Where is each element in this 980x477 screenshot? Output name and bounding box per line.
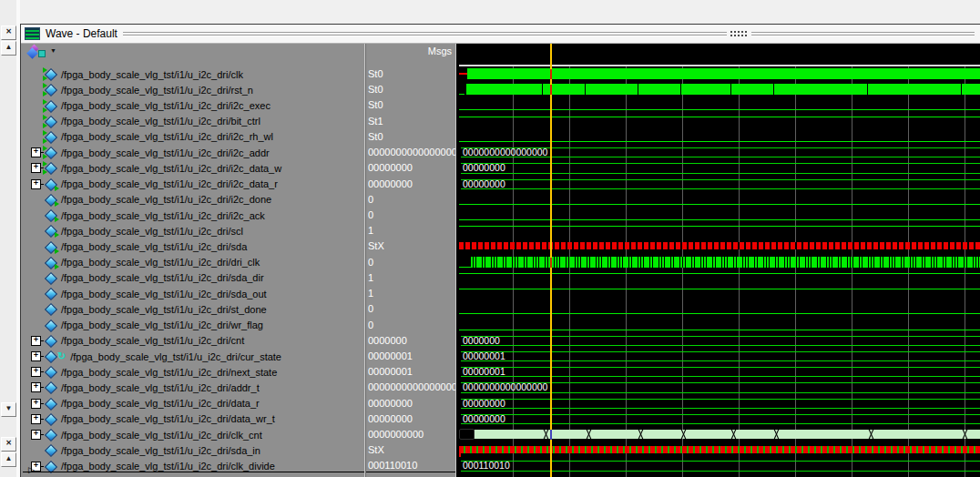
signal-value-sda[interactable]: StX [366,238,455,254]
timeline-ruler[interactable] [459,44,980,65]
signal-row-sda_in[interactable]: /fpga_body_scale_vlg_tst/i1/u_i2c_dri/sd… [23,442,364,458]
signal-value-data_wr_t[interactable]: 00000000 [366,411,455,427]
signal-value-addr_t[interactable]: 0000000000000000 [366,380,455,395]
signal-row-dri_clk[interactable]: /fpga_body_scale_vlg_tst/i1/u_i2c_dri/dr… [23,255,364,270]
signal-row-sda_out[interactable]: /fpga_body_scale_vlg_tst/i1/u_i2c_dri/sd… [23,286,364,301]
signal-row-bit_ctrl[interactable]: /fpga_body_scale_vlg_tst/i1/u_i2c_dri/bi… [23,114,364,129]
signal-row-cur_state[interactable]: +↻/fpga_body_scale_vlg_tst/i1/u_i2c_dri/… [23,349,364,364]
signal-row-wr_flag[interactable]: /fpga_body_scale_vlg_tst/i1/u_i2c_dri/wr… [23,318,364,333]
signal-value-sda_out[interactable]: 1 [366,286,455,301]
expand-button[interactable]: + [31,163,41,173]
signal-row-data_wr_t[interactable]: +/fpga_body_scale_vlg_tst/i1/u_i2c_dri/d… [23,411,364,427]
signal-value-rst_n[interactable]: St0 [366,82,455,97]
signal-value-sda_in[interactable]: StX [366,442,455,458]
waveform-canvas[interactable]: 0000000000000000000000000000000000000000… [459,44,980,477]
close-icon-bottom[interactable]: ✕ [1,437,16,452]
expand-button[interactable]: + [31,382,41,392]
wave-window-icon [25,27,40,40]
signal-value-dri_clk[interactable]: 0 [366,255,455,270]
wave-row-clk_divide[interactable]: 000110010 [459,458,980,473]
wave-row-i2c_data_r[interactable]: 00000000 [459,177,980,192]
wave-row-scl[interactable] [459,223,980,238]
wave-row-sda_dir[interactable] [459,270,980,286]
signal-value-i2c_addr[interactable]: 0000000000000000 [366,145,455,160]
wave-row-sda[interactable] [459,238,980,254]
signal-row-next_state[interactable]: +/fpga_body_scale_vlg_tst/i1/u_i2c_dri/n… [23,364,364,380]
signal-row-i2c_addr[interactable]: +/fpga_body_scale_vlg_tst/i1/u_i2c_dri/i… [23,145,364,160]
wave-row-st_done[interactable] [459,301,980,317]
signal-value-cur_state[interactable]: 00000001 [366,349,455,364]
wave-row-sda_in[interactable] [459,442,980,458]
wave-row-addr_t[interactable]: 0000000000000000 [459,380,980,395]
signal-row-i2c_done[interactable]: /fpga_body_scale_vlg_tst/i1/u_i2c_dri/i2… [23,192,364,208]
resize-handle[interactable]: ▷ [28,465,35,474]
expand-button[interactable]: + [31,336,41,346]
signal-value-bit_ctrl[interactable]: St1 [366,114,455,129]
wave-row-dri_clk[interactable] [459,255,980,270]
signal-value-i2c_data_r[interactable]: 00000000 [366,177,455,192]
scroll-down-icon[interactable]: ▼ [1,402,16,417]
wave-row-clk_cnt[interactable] [459,427,980,442]
chevron-down-icon[interactable]: ▼ [50,47,56,54]
wave-row-cnt[interactable]: 0000000 [459,333,980,349]
signal-row-i2c_data_w[interactable]: +/fpga_body_scale_vlg_tst/i1/u_i2c_dri/i… [23,160,364,176]
expand-button[interactable]: + [31,367,41,377]
wave-row-i2c_done[interactable] [459,192,980,208]
wave-window-titlebar[interactable]: Wave - Default [21,25,980,44]
signal-row-scl[interactable]: /fpga_body_scale_vlg_tst/i1/u_i2c_dri/sc… [23,223,364,238]
wave-row-i2c_rh_wl[interactable] [459,129,980,145]
signal-row-st_done[interactable]: /fpga_body_scale_vlg_tst/i1/u_i2c_dri/st… [23,301,364,317]
scroll-up-icon[interactable]: ▲ [1,41,16,56]
wave-row-i2c_addr[interactable]: 0000000000000000 [459,145,980,160]
signal-row-i2c_ack[interactable]: /fpga_body_scale_vlg_tst/i1/u_i2c_dri/i2… [23,208,364,223]
wave-row-i2c_data_w[interactable]: 00000000 [459,160,980,176]
titlebar-grip-icon[interactable] [730,30,749,38]
signal-value-sda_dir[interactable]: 1 [366,270,455,286]
signal-value-scl[interactable]: 1 [366,223,455,238]
close-icon[interactable]: ✕ [1,25,16,40]
wave-row-i2c_exec[interactable] [459,97,980,113]
signal-value-i2c_ack[interactable]: 0 [366,208,455,223]
signal-row-i2c_exec[interactable]: /fpga_body_scale_vlg_tst/i1/u_i2c_dri/i2… [23,97,364,113]
wave-row-data_r[interactable]: 00000000 [459,396,980,411]
signal-row-cnt[interactable]: +/fpga_body_scale_vlg_tst/i1/u_i2c_dri/c… [23,333,364,349]
signal-row-clk_cnt[interactable]: +/fpga_body_scale_vlg_tst/i1/u_i2c_dri/c… [23,427,364,442]
signal-value-clk[interactable]: St0 [366,66,455,82]
scroll-up-icon-bottom[interactable]: ▲ [1,452,16,467]
signal-value-next_state[interactable]: 00000001 [366,364,455,380]
signal-row-clk[interactable]: /fpga_body_scale_vlg_tst/i1/u_i2c_dri/cl… [23,66,364,82]
expand-button[interactable]: + [31,179,41,189]
signal-row-rst_n[interactable]: /fpga_body_scale_vlg_tst/i1/u_i2c_dri/rs… [23,82,364,97]
signal-value-wr_flag[interactable]: 0 [366,318,455,333]
signal-row-i2c_rh_wl[interactable]: /fpga_body_scale_vlg_tst/i1/u_i2c_dri/i2… [23,129,364,145]
signal-value-cnt[interactable]: 0000000 [366,333,455,349]
signal-group-icon[interactable] [28,46,50,58]
signal-value-i2c_data_w[interactable]: 00000000 [366,160,455,176]
wave-row-clk[interactable] [459,66,980,82]
wave-row-bit_ctrl[interactable] [459,114,980,129]
wave-row-next_state[interactable]: 00000001 [459,364,980,380]
signal-value-st_done[interactable]: 0 [366,301,455,317]
wave-row-sda_out[interactable] [459,286,980,301]
wave-row-i2c_ack[interactable] [459,208,980,223]
signal-row-sda_dir[interactable]: /fpga_body_scale_vlg_tst/i1/u_i2c_dri/sd… [23,270,364,286]
expand-button[interactable]: + [31,147,41,157]
signal-row-sda[interactable]: /fpga_body_scale_vlg_tst/i1/u_i2c_dri/sd… [23,238,364,254]
expand-button[interactable]: + [31,414,41,424]
wave-row-cur_state[interactable]: 00000001 [459,349,980,364]
wave-row-wr_flag[interactable] [459,318,980,333]
signal-row-data_r[interactable]: +/fpga_body_scale_vlg_tst/i1/u_i2c_dri/d… [23,396,364,411]
signal-value-i2c_exec[interactable]: St0 [366,97,455,113]
expand-button[interactable]: + [31,351,41,361]
wave-row-rst_n[interactable] [459,82,980,97]
input-signal-icon [44,99,57,113]
expand-button[interactable]: + [31,399,41,409]
signal-value-i2c_rh_wl[interactable]: St0 [366,129,455,145]
expand-button[interactable]: + [31,430,41,440]
signal-value-clk_cnt[interactable]: 0000000000 [366,427,455,442]
wave-row-data_wr_t[interactable]: 00000000 [459,411,980,427]
signal-value-i2c_done[interactable]: 0 [366,192,455,208]
signal-row-addr_t[interactable]: +/fpga_body_scale_vlg_tst/i1/u_i2c_dri/a… [23,380,364,395]
signal-value-data_r[interactable]: 00000000 [366,396,455,411]
signal-row-i2c_data_r[interactable]: +/fpga_body_scale_vlg_tst/i1/u_i2c_dri/i… [23,177,364,192]
